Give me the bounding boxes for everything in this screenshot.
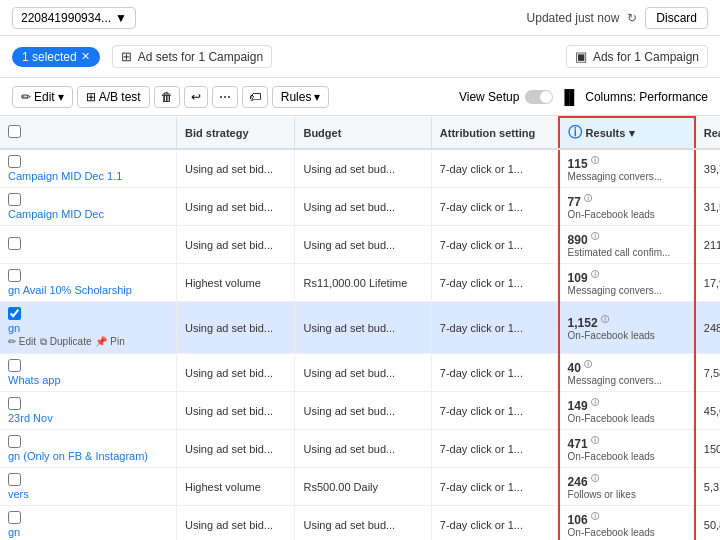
ads-icon: ▣: [575, 49, 587, 64]
account-selector[interactable]: 220841990934... ▼: [12, 7, 136, 29]
campaign-name[interactable]: gn (Only on FB & Instagram): [8, 450, 168, 462]
account-id: 220841990934...: [21, 11, 111, 25]
breadcrumb-bar: 1 selected ✕ ⊞ Ad sets for 1 Campaign ▣ …: [0, 36, 720, 78]
attribution-cell: 7-day click or 1...: [431, 468, 558, 506]
row-checkbox[interactable]: [8, 397, 21, 410]
undo-button[interactable]: ↩: [184, 86, 208, 108]
bid-strategy-header: Bid strategy: [176, 117, 294, 149]
row-checkbox[interactable]: [8, 155, 21, 168]
table-row: Campaign MID DecUsing ad set bid...Using…: [0, 188, 720, 226]
attribution-cell: 7-day click or 1...: [431, 392, 558, 430]
results-cell: 40 ⓘMessaging convers...: [559, 354, 695, 392]
result-value: 246 ⓘ: [568, 473, 686, 489]
attribution-cell: 7-day click or 1...: [431, 149, 558, 188]
adsets-breadcrumb[interactable]: ⊞ Ad sets for 1 Campaign: [112, 45, 272, 68]
result-label: Estimated call confim...: [568, 247, 686, 258]
refresh-icon[interactable]: ↻: [627, 11, 637, 25]
row-checkbox-cell[interactable]: gn Avail 10% Scholarship: [0, 264, 176, 302]
columns-button[interactable]: Columns: Performance: [585, 90, 708, 104]
attribution-cell: 7-day click or 1...: [431, 354, 558, 392]
bid-strategy-cell: Using ad set bid...: [176, 226, 294, 264]
table-row: gn Avail 10% ScholarshipHighest volumeRs…: [0, 264, 720, 302]
row-checkbox-cell[interactable]: vers: [0, 468, 176, 506]
bid-strategy-cell: Using ad set bid...: [176, 392, 294, 430]
attribution-header: Attribution setting: [431, 117, 558, 149]
reach-cell: 31,573: [695, 188, 720, 226]
results-cell: 106 ⓘOn-Facebook leads: [559, 506, 695, 541]
reach-cell: 5,319: [695, 468, 720, 506]
results-cell: 109 ⓘMessaging convers...: [559, 264, 695, 302]
campaign-name[interactable]: Campaign MID Dec 1.1: [8, 170, 168, 182]
result-value: 149 ⓘ: [568, 397, 686, 413]
results-header: ⓘ Results ▾: [559, 117, 695, 149]
redo-button[interactable]: ⋯: [212, 86, 238, 108]
bid-strategy-cell: Highest volume: [176, 468, 294, 506]
select-all-checkbox[interactable]: [8, 125, 21, 138]
bid-strategy-cell: Using ad set bid...: [176, 354, 294, 392]
campaign-name[interactable]: gn: [8, 526, 168, 538]
row-checkbox[interactable]: [8, 237, 21, 250]
row-checkbox-cell[interactable]: gn: [0, 506, 176, 541]
bid-strategy-cell: Using ad set bid...: [176, 302, 294, 354]
results-cell: 1,152 ⓘOn-Facebook leads: [559, 302, 695, 354]
tag-icon: 🏷: [249, 90, 261, 104]
pin-action[interactable]: 📌 Pin: [95, 336, 124, 348]
row-checkbox-cell[interactable]: gn✏ Edit⧉ Duplicate📌 Pin: [0, 302, 176, 354]
bid-strategy-cell: Highest volume: [176, 264, 294, 302]
campaign-name[interactable]: Campaign MID Dec: [8, 208, 168, 220]
row-checkbox[interactable]: [8, 307, 21, 320]
campaign-name[interactable]: gn Avail 10% Scholarship: [8, 284, 168, 296]
row-checkbox[interactable]: [8, 359, 21, 372]
edit-button[interactable]: ✏ Edit ▾: [12, 86, 73, 108]
tag-button[interactable]: 🏷: [242, 86, 268, 108]
results-dropdown-icon[interactable]: ▾: [629, 127, 635, 140]
results-info-icon: ⓘ: [568, 124, 582, 142]
row-checkbox-cell[interactable]: gn (Only on FB & Instagram): [0, 430, 176, 468]
chevron-down-icon: ▾: [58, 90, 64, 104]
results-cell: 149 ⓘOn-Facebook leads: [559, 392, 695, 430]
result-label: On-Facebook leads: [568, 209, 686, 220]
edit-action[interactable]: ✏ Edit: [8, 336, 36, 348]
ads-label: Ads for 1 Campaign: [593, 50, 699, 64]
row-checkbox[interactable]: [8, 193, 21, 206]
ab-test-button[interactable]: ⊞ A/B test: [77, 86, 150, 108]
delete-icon: 🗑: [161, 90, 173, 104]
rules-button[interactable]: Rules ▾: [272, 86, 330, 108]
result-value: 890 ⓘ: [568, 231, 686, 247]
results-cell: 77 ⓘOn-Facebook leads: [559, 188, 695, 226]
campaign-name[interactable]: gn: [8, 322, 168, 334]
budget-cell: Using ad set bud...: [295, 302, 431, 354]
top-bar-right: Updated just now ↻ Discard: [527, 7, 708, 29]
edit-icon: ✏: [21, 90, 31, 104]
duplicate-action[interactable]: ⧉ Duplicate: [40, 336, 91, 348]
row-checkbox-cell[interactable]: [0, 226, 176, 264]
result-label: Follows or likes: [568, 489, 686, 500]
bid-strategy-cell: Using ad set bid...: [176, 506, 294, 541]
selected-count: 1 selected: [22, 50, 77, 64]
top-bar: 220841990934... ▼ Updated just now ↻ Dis…: [0, 0, 720, 36]
campaign-name[interactable]: vers: [8, 488, 168, 500]
row-checkbox[interactable]: [8, 473, 21, 486]
discard-button[interactable]: Discard: [645, 7, 708, 29]
table-row: versHighest volumeRs500.00 Daily7-day cl…: [0, 468, 720, 506]
row-checkbox[interactable]: [8, 269, 21, 282]
result-value: 40 ⓘ: [568, 359, 686, 375]
reach-cell: 17,950: [695, 264, 720, 302]
campaign-name[interactable]: 23rd Nov: [8, 412, 168, 424]
selected-pill[interactable]: 1 selected ✕: [12, 47, 100, 67]
result-value: 77 ⓘ: [568, 193, 686, 209]
view-setup-toggle[interactable]: [525, 90, 553, 104]
ads-breadcrumb[interactable]: ▣ Ads for 1 Campaign: [566, 45, 708, 68]
row-checkbox-cell[interactable]: 23rd Nov: [0, 392, 176, 430]
close-icon[interactable]: ✕: [81, 50, 90, 63]
row-checkbox[interactable]: [8, 511, 21, 524]
row-checkbox-cell[interactable]: Campaign MID Dec: [0, 188, 176, 226]
reach-cell: 248,887: [695, 302, 720, 354]
attribution-cell: 7-day click or 1...: [431, 226, 558, 264]
checkbox-header[interactable]: [0, 117, 176, 149]
campaign-name[interactable]: Whats app: [8, 374, 168, 386]
delete-button[interactable]: 🗑: [154, 86, 180, 108]
row-checkbox[interactable]: [8, 435, 21, 448]
row-checkbox-cell[interactable]: Whats app: [0, 354, 176, 392]
row-checkbox-cell[interactable]: Campaign MID Dec 1.1: [0, 149, 176, 188]
